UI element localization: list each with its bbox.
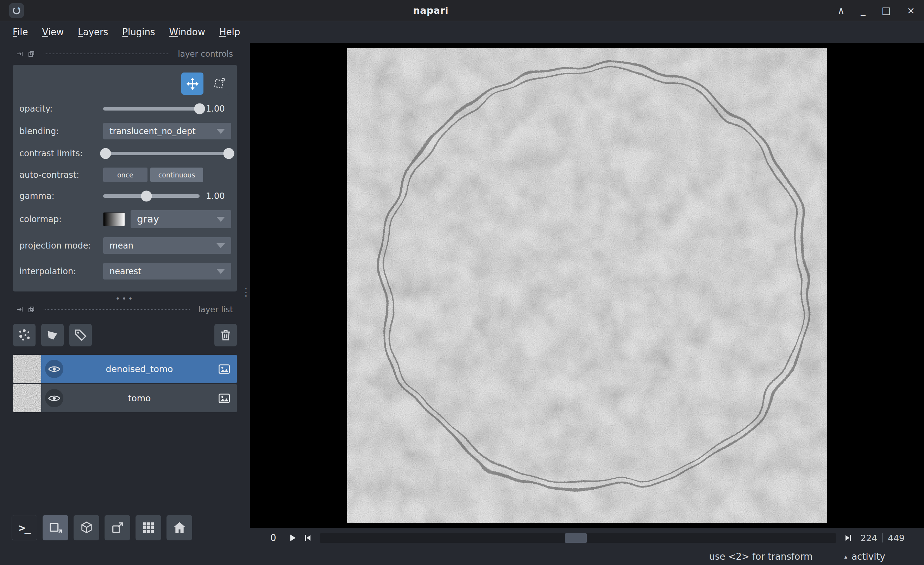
opacity-slider[interactable] [103, 107, 200, 111]
contrast-low-handle[interactable] [100, 148, 111, 159]
contrast-high-handle[interactable] [223, 148, 234, 159]
total-frames-value: 449 [888, 533, 904, 543]
menu-layers[interactable]: Layers [71, 24, 115, 40]
last-frame-button[interactable] [842, 534, 856, 542]
projection-mode-combobox[interactable]: mean [103, 237, 231, 254]
dock-float-icon[interactable] [27, 306, 35, 313]
menu-help[interactable]: Help [212, 24, 247, 40]
transform-mode-button[interactable] [208, 72, 230, 95]
roll-dimensions-button[interactable] [74, 515, 99, 540]
blending-combobox[interactable]: translucent_no_dept [103, 123, 231, 139]
interpolation-value: nearest [110, 267, 213, 276]
eye-icon [48, 394, 60, 402]
opacity-value: 1.00 [206, 104, 225, 114]
contrast-limits-label: contrast limits: [20, 148, 103, 159]
gamma-slider[interactable] [103, 194, 200, 198]
dim-slider-handle[interactable] [565, 533, 587, 543]
gamma-value: 1.00 [206, 191, 225, 201]
dock-hide-icon[interactable] [16, 306, 24, 313]
eye-icon [48, 365, 60, 373]
menu-file[interactable]: File [6, 24, 35, 40]
dock-drag-line [44, 54, 169, 54]
projection-mode-label: projection mode: [20, 241, 103, 251]
napari-window: napari ∧ _ □ × File View Layers Plugins … [0, 0, 924, 565]
dock-float-icon[interactable] [27, 51, 35, 57]
tomogram-image [347, 48, 827, 523]
layer-name: tomo [67, 393, 212, 403]
gamma-slider-handle[interactable] [141, 191, 152, 202]
image-layer-icon [219, 364, 230, 374]
layer-list-dock-header: layer list [16, 304, 233, 315]
delete-layer-button[interactable] [214, 324, 237, 346]
activity-button[interactable]: ▴ activity [844, 551, 885, 562]
new-points-layer-button[interactable] [13, 324, 36, 346]
auto-contrast-continuous-button[interactable]: continuous [150, 168, 204, 182]
labels-tag-icon [74, 328, 87, 342]
chevron-down-icon [216, 243, 225, 248]
viewer-canvas[interactable] [250, 43, 924, 528]
home-reset-view-button[interactable] [166, 515, 192, 540]
ndisplay-toggle-button[interactable] [43, 515, 68, 540]
interpolation-label: interpolation: [20, 267, 103, 276]
chevron-down-icon [216, 129, 225, 134]
layer-visibility-button[interactable] [45, 360, 63, 378]
transpose-dimensions-button[interactable] [105, 515, 130, 540]
auto-contrast-once-button[interactable]: once [103, 168, 147, 182]
blending-label: blending: [20, 126, 103, 136]
opacity-slider-handle[interactable] [194, 103, 205, 114]
new-shapes-layer-button[interactable] [41, 324, 64, 346]
skip-back-icon [303, 534, 312, 542]
colormap-combobox[interactable]: gray [130, 210, 231, 228]
window-title: napari [24, 5, 838, 16]
play-icon [288, 533, 297, 543]
play-button[interactable] [285, 533, 300, 543]
close-window-button[interactable]: × [907, 6, 915, 15]
colormap-value: gray [137, 213, 213, 225]
layer-thumbnail [13, 355, 41, 383]
layer-visibility-button[interactable] [45, 389, 63, 407]
shapes-icon [46, 328, 59, 342]
chevron-down-icon [216, 269, 225, 274]
menubar: File View Layers Plugins Window Help [0, 21, 924, 43]
transpose-icon [111, 521, 124, 535]
interpolation-combobox[interactable]: nearest [103, 263, 231, 280]
opacity-label: opacity: [20, 104, 103, 114]
chevron-down-icon [216, 217, 225, 222]
menu-window[interactable]: Window [162, 24, 212, 40]
menu-plugins[interactable]: Plugins [115, 24, 162, 40]
dock-splitter-handle[interactable]: ⋮ [241, 289, 246, 295]
first-frame-button[interactable] [300, 534, 314, 542]
new-labels-layer-button[interactable] [69, 324, 92, 346]
menu-view[interactable]: View [35, 24, 71, 40]
current-frame-value: 224 [861, 533, 878, 543]
layer-thumbnail [13, 384, 41, 412]
cube-roll-icon [80, 521, 94, 535]
pan-zoom-mode-button[interactable] [181, 72, 204, 95]
transform-hint-text: use <2> for transform [709, 551, 812, 562]
console-button[interactable]: >_ [12, 515, 37, 540]
home-icon [172, 521, 186, 535]
grid-view-button[interactable] [135, 515, 161, 540]
dock-hide-icon[interactable] [16, 51, 24, 57]
ndisplay-2d-icon [49, 521, 63, 535]
layer-list-dock-title: layer list [198, 305, 233, 314]
status-bar: use <2> for transform ▴ activity [0, 548, 924, 565]
shade-window-button[interactable]: ∧ [838, 6, 845, 15]
layer-controls-dock-title: layer controls [178, 49, 233, 58]
maximize-window-button[interactable]: □ [882, 6, 891, 15]
layer-controls-panel: opacity: 1.00 blending: translucent_no_d… [13, 65, 237, 291]
titlebar: napari ∧ _ □ × [0, 0, 924, 21]
viewer-buttons-toolbar: >_ [12, 515, 250, 540]
layer-list: denoised_tomo [13, 355, 237, 413]
auto-contrast-label: auto-contrast: [20, 170, 103, 180]
grid-icon [142, 521, 155, 534]
dock-resize-handle[interactable]: ••• [0, 297, 250, 301]
skip-forward-icon [844, 534, 853, 542]
activity-label: activity [852, 551, 885, 562]
layer-row-denoised-tomo[interactable]: denoised_tomo [13, 355, 237, 383]
contrast-limits-slider[interactable] [103, 152, 231, 155]
dimension-slider-track[interactable] [320, 533, 836, 543]
layer-row-tomo[interactable]: tomo [13, 384, 237, 412]
transform-icon [212, 77, 226, 90]
minimize-window-button[interactable]: _ [861, 6, 866, 15]
